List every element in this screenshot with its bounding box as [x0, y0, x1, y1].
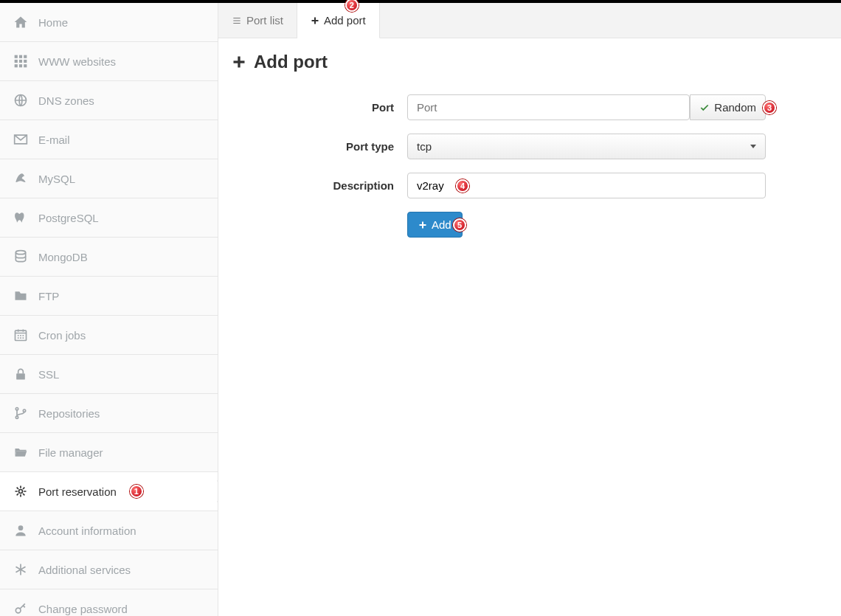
description-label: Description	[232, 179, 407, 192]
svg-point-14	[15, 416, 18, 418]
svg-point-18	[15, 608, 21, 613]
tab-port-list[interactable]: Port list	[218, 3, 297, 38]
sidebar: Home WWW websites DNS zones E-mail MySQL	[0, 3, 218, 616]
sidebar-item-repositories[interactable]: Repositories	[0, 394, 218, 433]
grid-icon	[13, 54, 34, 69]
form-row-submit: Add 5	[232, 212, 828, 238]
page-title-text: Add port	[254, 52, 328, 72]
svg-rect-4	[19, 60, 22, 63]
svg-point-15	[23, 409, 25, 412]
sidebar-item-home[interactable]: Home	[0, 3, 218, 42]
form-row-port-type: Port type tcp	[232, 134, 828, 159]
sidebar-item-port-reservation[interactable]: Port reservation 1	[0, 472, 218, 511]
sidebar-item-label: Additional services	[38, 564, 131, 576]
svg-rect-5	[24, 60, 27, 63]
plus-icon	[418, 221, 427, 229]
form-row-port: Port Random 3	[232, 94, 828, 120]
svg-rect-1	[19, 55, 22, 58]
folder-open-icon	[13, 445, 34, 460]
annotation-badge: 3	[763, 101, 776, 114]
mysql-icon	[13, 171, 34, 186]
folder-icon	[13, 288, 34, 303]
sidebar-item-label: Account information	[38, 525, 136, 537]
asterisk-icon	[13, 562, 34, 577]
svg-rect-3	[15, 60, 18, 63]
sidebar-item-change-password[interactable]: Change password	[0, 589, 218, 616]
sidebar-item-account-information[interactable]: Account information	[0, 511, 218, 550]
envelope-icon	[13, 132, 34, 147]
globe-icon	[13, 93, 34, 108]
sidebar-item-email[interactable]: E-mail	[0, 120, 218, 159]
svg-rect-0	[15, 55, 18, 58]
sidebar-item-label: E-mail	[38, 134, 70, 146]
annotation-badge: 5	[453, 218, 466, 232]
sidebar-item-label: File manager	[38, 446, 103, 459]
svg-rect-7	[19, 64, 22, 67]
sidebar-item-ssl[interactable]: SSL	[0, 355, 218, 394]
branch-icon	[13, 406, 34, 421]
sidebar-item-postgresql[interactable]: PostgreSQL	[0, 198, 218, 238]
sidebar-item-file-manager[interactable]: File manager	[0, 433, 218, 472]
port-input[interactable]	[407, 94, 690, 120]
svg-point-13	[15, 408, 18, 410]
sidebar-item-label: MongoDB	[38, 251, 88, 263]
sidebar-item-label: PostgreSQL	[38, 212, 99, 224]
sidebar-item-ftp[interactable]: FTP	[0, 277, 218, 316]
annotation-badge: 1	[130, 485, 143, 498]
list-icon	[232, 15, 242, 26]
sidebar-item-mongodb[interactable]: MongoDB	[0, 238, 218, 277]
home-icon	[13, 15, 34, 30]
sidebar-item-mysql[interactable]: MySQL	[0, 159, 218, 198]
key-icon	[13, 601, 34, 616]
svg-point-17	[18, 525, 24, 530]
ports-icon	[13, 484, 34, 499]
form-row-description: Description 4	[232, 173, 828, 198]
sidebar-item-label: Cron jobs	[38, 329, 86, 342]
plus-icon	[311, 16, 319, 25]
sidebar-item-label: Change password	[38, 603, 128, 615]
sidebar-item-label: Repositories	[38, 407, 100, 420]
check-icon	[699, 103, 710, 113]
user-icon	[13, 523, 34, 538]
sidebar-item-cron-jobs[interactable]: Cron jobs	[0, 316, 218, 355]
tab-add-port[interactable]: Add port 2	[297, 3, 380, 38]
annotation-badge: 4	[456, 179, 469, 193]
sidebar-item-label: MySQL	[38, 173, 75, 185]
page-title: Add port	[218, 38, 841, 87]
sidebar-item-www-websites[interactable]: WWW websites	[0, 42, 218, 81]
svg-rect-8	[24, 64, 27, 67]
sidebar-item-label: Port reservation	[38, 485, 117, 498]
sidebar-item-label: SSL	[38, 368, 59, 381]
svg-point-16	[19, 490, 23, 494]
annotation-badge: 2	[345, 0, 359, 12]
random-button[interactable]: Random	[690, 94, 766, 120]
svg-rect-2	[24, 55, 27, 58]
sidebar-item-label: DNS zones	[38, 94, 94, 107]
port-type-selected: tcp	[417, 140, 432, 153]
sidebar-item-dns-zones[interactable]: DNS zones	[0, 81, 218, 120]
add-port-form: Port Random 3 Port type	[218, 87, 841, 251]
main-content: Port list Add port 2 Add port Port	[218, 3, 841, 616]
sidebar-item-additional-services[interactable]: Additional services	[0, 550, 218, 589]
chevron-down-icon	[750, 145, 756, 148]
svg-rect-6	[15, 64, 18, 67]
port-type-select[interactable]: tcp	[407, 134, 766, 159]
postgresql-icon	[13, 210, 34, 225]
tab-label: Port list	[246, 14, 283, 27]
tabs: Port list Add port 2	[218, 3, 841, 38]
port-type-label: Port type	[232, 140, 407, 153]
random-label: Random	[714, 101, 756, 114]
svg-point-10	[15, 251, 25, 255]
sidebar-item-label: WWW websites	[38, 55, 116, 68]
database-icon	[13, 249, 34, 264]
add-button-label: Add	[432, 218, 451, 231]
svg-rect-12	[16, 373, 25, 379]
sidebar-item-label: Home	[38, 16, 68, 29]
port-label: Port	[232, 101, 407, 114]
sidebar-item-label: FTP	[38, 290, 59, 302]
plus-icon	[232, 55, 246, 69]
calendar-icon	[13, 328, 34, 342]
tab-label: Add port	[324, 14, 366, 27]
lock-icon	[13, 367, 34, 381]
